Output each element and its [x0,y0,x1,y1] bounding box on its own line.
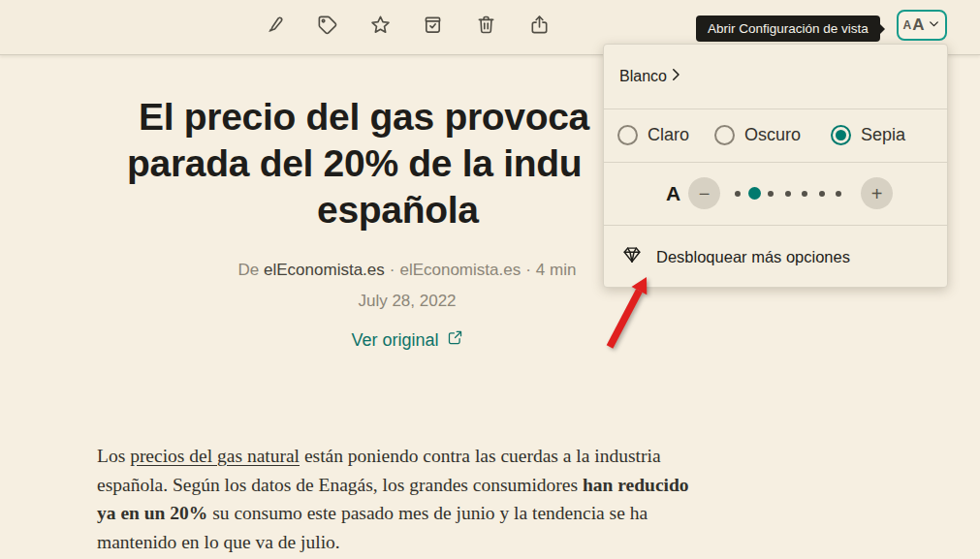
increase-font-button[interactable]: + [861,177,893,209]
font-size-step-dot [779,191,796,197]
font-size-dots [729,162,847,225]
highlighter-icon [264,14,286,39]
reader-view-screen: El precio del gas provoca parada del 20%… [0,0,980,559]
view-original-link[interactable]: Ver original [351,329,462,351]
view-original-label: Ver original [351,330,438,351]
delete-button[interactable] [469,10,502,43]
theme-option-oscuro[interactable]: Oscuro [714,109,801,162]
article-title-line-1: El precio del gas provoca [139,96,589,139]
font-name-label: Blanco [619,68,667,85]
theme-option-claro[interactable]: Claro [617,109,689,162]
theme-option-sepia[interactable]: Sepia [831,109,905,162]
theme-label: Claro [648,125,689,145]
paragraph-text: Los [97,446,130,466]
byline-separator: · [390,261,395,279]
article-paragraph: Los precios del gas natural están ponien… [97,442,710,556]
font-size-step-dot [830,191,846,197]
font-size-step-dot [813,191,830,197]
article-title-line-3: española [317,189,479,232]
byline-source: elEconomista.es [399,261,521,279]
font-size-step-dot [763,191,779,197]
article-date: July 28, 2022 [0,292,814,311]
theme-selector-row: Claro Oscuro Sepia [604,109,947,162]
radio-icon [617,125,638,145]
favorite-button[interactable] [364,10,396,43]
theme-label: Sepia [861,125,905,145]
share-button[interactable] [522,10,555,43]
highlighter-button[interactable] [258,10,291,43]
archive-button[interactable] [416,10,449,43]
radio-icon [831,125,851,145]
delete-icon [475,14,497,39]
font-size-step-dot [729,191,745,197]
premium-diamond-icon [621,244,643,269]
byline-author: elEconomista.es [264,261,385,279]
view-settings-panel: Blanco Claro Oscuro Sepia A − [603,44,948,288]
font-size-label: A [666,162,680,225]
byline-prefix: De [238,261,260,279]
decrease-font-button[interactable]: − [688,177,720,209]
external-link-icon [447,329,463,351]
unlock-premium-row[interactable]: Desbloquear más opciones [604,225,947,289]
archive-icon [422,14,444,39]
tag-icon [316,14,338,39]
aa-small-letter: A [903,18,912,32]
favorite-star-icon [369,14,392,39]
font-size-step-dot [745,187,762,200]
chevron-down-icon [924,17,940,33]
byline-read-time: 4 min [536,261,577,279]
aa-large-letter: A [912,16,924,35]
theme-label: Oscuro [744,125,801,145]
radio-icon [714,125,735,145]
view-settings-button[interactable]: A A [897,10,947,41]
tag-button[interactable] [310,10,343,43]
article-title-line-2: parada del 20% de la indu [127,142,582,185]
view-settings-tooltip: Abrir Configuración de vista [696,16,880,42]
premium-label: Desbloquear más opciones [656,248,850,266]
font-selector-row[interactable]: Blanco [604,45,947,109]
inline-article-link[interactable]: precios del gas natural [130,446,300,466]
font-size-row: A − + [604,162,947,225]
chevron-right-icon [667,66,684,87]
byline-separator: · [525,261,531,279]
share-icon [528,14,551,39]
font-size-step-dot [797,191,813,197]
